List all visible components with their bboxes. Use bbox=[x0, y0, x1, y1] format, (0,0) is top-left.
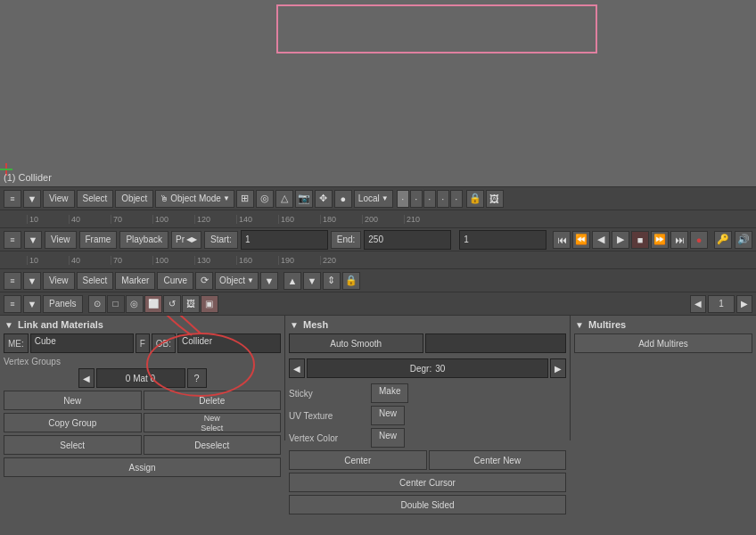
curve-lock-icon[interactable]: 🔒 bbox=[342, 272, 360, 290]
new-btn[interactable]: New bbox=[4, 391, 142, 410]
vertex-new-btn[interactable]: New bbox=[371, 428, 405, 448]
object-mode-dropdown[interactable]: 🖱 Object Mode ▼ bbox=[155, 190, 234, 208]
panel-tab-3[interactable]: ◎ bbox=[126, 295, 144, 313]
f-label[interactable]: F bbox=[136, 333, 150, 353]
jump-start-icon[interactable]: ⏮ bbox=[553, 231, 571, 249]
playback-mode-dropdown[interactable]: Pr ◀▶ bbox=[171, 231, 201, 249]
layer-1-icon[interactable]: · bbox=[397, 190, 409, 208]
mesh-title: Mesh bbox=[303, 319, 328, 330]
mat-prev-btn[interactable]: ◀ bbox=[78, 368, 94, 388]
vertex-color-row: Vertex Color New bbox=[289, 428, 566, 448]
audio-icon[interactable]: 🔊 bbox=[735, 231, 752, 249]
panel-tab-active[interactable]: ▣ bbox=[201, 295, 218, 313]
expand-icon[interactable]: ▼ bbox=[23, 190, 41, 208]
multires-collapse-icon[interactable]: ▼ bbox=[574, 319, 585, 330]
curve-up-icon[interactable]: ▲ bbox=[284, 272, 301, 290]
chevron-down-icon: ▼ bbox=[223, 194, 230, 202]
panel-tab-6[interactable]: 🖼 bbox=[182, 295, 200, 313]
center-cursor-btn[interactable]: Center Cursor bbox=[289, 473, 566, 492]
ruler-mark: 200 bbox=[362, 215, 404, 224]
jump-end-icon[interactable]: ⏭ bbox=[670, 231, 688, 249]
play-back-icon[interactable]: ◀ bbox=[592, 231, 610, 249]
curve-move-icon[interactable]: ⇕ bbox=[323, 272, 341, 290]
curve-object-dropdown[interactable]: Object ▼ bbox=[215, 272, 259, 290]
camera-icon[interactable]: 📷 bbox=[295, 190, 313, 208]
lock-icon[interactable]: 🔒 bbox=[466, 190, 484, 208]
current-frame-input[interactable]: 1 bbox=[459, 230, 546, 250]
tri-icon[interactable]: △ bbox=[275, 190, 293, 208]
add-multires-btn[interactable]: Add Multires bbox=[574, 333, 752, 353]
curve-select-btn[interactable]: Select bbox=[77, 272, 114, 290]
playback-expand-icon[interactable]: ▼ bbox=[24, 231, 42, 249]
assign-btn[interactable]: Assign bbox=[4, 457, 281, 477]
curve-proportional-icon[interactable]: ⟳ bbox=[195, 272, 213, 290]
end-frame-input[interactable]: 250 bbox=[364, 230, 451, 250]
panel-tab-4[interactable]: ⬜ bbox=[144, 295, 162, 313]
stop-icon[interactable]: ■ bbox=[631, 231, 649, 249]
copy-group-btn[interactable]: Copy Group bbox=[4, 413, 142, 432]
record-icon[interactable]: ● bbox=[690, 231, 708, 249]
curve-curve-btn[interactable]: Curve bbox=[157, 272, 193, 290]
grid-icon[interactable]: ⊞ bbox=[236, 190, 254, 208]
layer-4-icon[interactable]: · bbox=[437, 190, 449, 208]
degr-prev-btn[interactable]: ◀ bbox=[289, 358, 305, 378]
layer-5-icon[interactable]: · bbox=[450, 190, 463, 208]
select-btn[interactable]: Select bbox=[4, 435, 142, 455]
panel-tab-5[interactable]: ↺ bbox=[163, 295, 181, 313]
texmesh-input[interactable] bbox=[425, 333, 567, 353]
ob-input[interactable]: Collider bbox=[177, 333, 281, 353]
sticky-make-btn[interactable]: Make bbox=[371, 383, 408, 403]
curve-view-btn[interactable]: View bbox=[43, 272, 75, 290]
ruler-mark: 100 bbox=[152, 256, 194, 265]
playback-btn[interactable]: Playback bbox=[119, 231, 168, 249]
panel-tab-1[interactable]: ⊙ bbox=[88, 295, 106, 313]
panel-number: 1 bbox=[708, 295, 735, 313]
center-new-btn[interactable]: Center New bbox=[429, 450, 567, 470]
delete-btn[interactable]: Delete bbox=[144, 391, 282, 410]
panel-next-btn[interactable]: ▶ bbox=[736, 295, 752, 313]
cursor-tool-icon[interactable]: ✥ bbox=[315, 190, 333, 208]
curve-down-icon[interactable]: ▼ bbox=[303, 272, 321, 290]
new-select-label: New Select bbox=[144, 413, 282, 432]
mesh-header: ▼ Mesh bbox=[289, 319, 566, 330]
layer-3-icon[interactable]: · bbox=[423, 190, 436, 208]
playback-frame-btn[interactable]: Frame bbox=[79, 231, 118, 249]
curve-marker-btn[interactable]: Marker bbox=[115, 272, 155, 290]
key-icon[interactable]: 🔑 bbox=[714, 231, 732, 249]
degr-next-btn[interactable]: ▶ bbox=[550, 358, 566, 378]
render2-icon[interactable]: 🖼 bbox=[486, 190, 504, 208]
start-frame-input[interactable]: 1 bbox=[241, 230, 328, 250]
panels-label-btn[interactable]: Panels bbox=[43, 295, 83, 313]
panel-tab-2[interactable]: □ bbox=[107, 295, 125, 313]
panels-expand-icon[interactable]: ▼ bbox=[23, 295, 41, 313]
local-dropdown[interactable]: Local ▼ bbox=[354, 190, 393, 208]
layer-icon[interactable]: ● bbox=[334, 190, 352, 208]
auto-smooth-btn[interactable]: Auto Smooth bbox=[289, 333, 423, 353]
lm-collapse-icon[interactable]: ▼ bbox=[4, 319, 14, 330]
deselect-btn[interactable]: Deselect bbox=[144, 435, 282, 455]
render-icon[interactable]: ◎ bbox=[256, 190, 274, 208]
mode-icon[interactable]: ≡ bbox=[4, 190, 21, 208]
center-btn[interactable]: Center bbox=[289, 450, 427, 470]
curve-extra-icon[interactable]: ▼ bbox=[260, 272, 278, 290]
curve-expand-icon[interactable]: ▼ bbox=[23, 272, 41, 290]
step-back-icon[interactable]: ⏪ bbox=[572, 231, 590, 249]
play-icon[interactable]: ▶ bbox=[612, 231, 629, 249]
uv-new-btn[interactable]: New bbox=[371, 406, 405, 425]
curve-mode-icon[interactable]: ≡ bbox=[4, 272, 21, 290]
panel-prev-btn[interactable]: ◀ bbox=[690, 295, 706, 313]
viewport: (1) Collider bbox=[0, 0, 756, 187]
double-sided-btn[interactable]: Double Sided bbox=[289, 495, 566, 514]
mesh-collapse-icon[interactable]: ▼ bbox=[289, 319, 300, 330]
playback-view-btn[interactable]: View bbox=[45, 231, 77, 249]
select-btn[interactable]: Select bbox=[77, 190, 114, 208]
panels-mode-icon[interactable]: ≡ bbox=[4, 295, 21, 313]
playback-mode-icon[interactable]: ≡ bbox=[4, 231, 21, 249]
me-input[interactable]: Cube bbox=[30, 333, 134, 353]
view-btn[interactable]: View bbox=[43, 190, 75, 208]
ruler-mark: 10 bbox=[27, 256, 69, 265]
step-fwd-icon[interactable]: ⏩ bbox=[651, 231, 669, 249]
layer-2-icon[interactable]: · bbox=[410, 190, 423, 208]
mat-question-btn[interactable]: ? bbox=[187, 368, 207, 388]
object-btn[interactable]: Object bbox=[115, 190, 153, 208]
